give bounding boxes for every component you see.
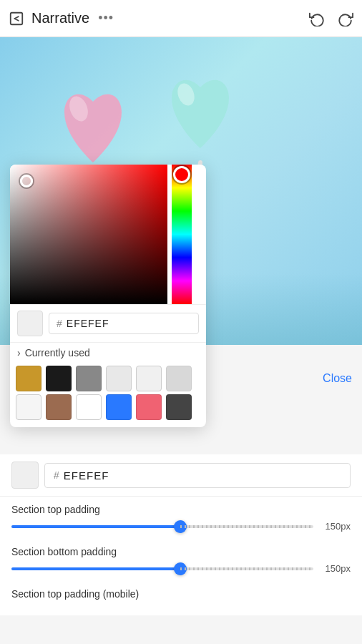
- section-bottom-padding-row: Section bottom padding 150px: [11, 546, 351, 574]
- swatch-light-gray-2[interactable]: [136, 366, 162, 391]
- swatch-pink-red[interactable]: [136, 394, 162, 420]
- section-bottom-padding-track-row: 150px: [11, 563, 351, 574]
- sliders-section: Section top padding 150px Section bottom…: [0, 494, 362, 615]
- swatches-row-2: [16, 394, 200, 420]
- swatch-dark-gray[interactable]: [166, 394, 192, 420]
- hex-hash: #: [54, 469, 59, 481]
- picker-top: [10, 165, 206, 304]
- page-title: Narrative: [31, 10, 89, 26]
- back-button[interactable]: [9, 11, 24, 26]
- section-top-padding-track[interactable]: [11, 525, 313, 528]
- color-swatch: [11, 462, 39, 489]
- chevron-right-icon: ›: [17, 347, 21, 358]
- swatch-white-gray[interactable]: [16, 394, 41, 420]
- gradient-canvas[interactable]: [10, 165, 167, 304]
- top-bar: Narrative •••: [0, 0, 362, 37]
- redo-button[interactable]: [338, 11, 353, 26]
- gradient-thumb[interactable]: [20, 175, 33, 187]
- swatch-silver[interactable]: [166, 366, 192, 391]
- popup-hex-hash: #: [57, 318, 62, 329]
- popup-hex-row: #: [10, 304, 206, 342]
- close-row: Close: [323, 372, 352, 385]
- section-bottom-padding-label: Section bottom padding: [11, 546, 351, 557]
- top-bar-actions: [309, 11, 353, 26]
- hue-thumb[interactable]: [173, 166, 190, 183]
- popup-hex-input-wrapper[interactable]: #: [49, 313, 199, 334]
- swatch-gray[interactable]: [76, 366, 102, 391]
- section-bottom-padding-value: 150px: [321, 563, 351, 574]
- section-top-padding-track-row: 150px: [11, 521, 351, 532]
- swatches-grid: [10, 363, 206, 427]
- undo-button[interactable]: [309, 11, 325, 26]
- section-bottom-padding-track[interactable]: [11, 567, 313, 570]
- color-field-row: #: [0, 454, 362, 497]
- popup-color-swatch: [17, 311, 43, 336]
- hue-strip[interactable]: [172, 165, 192, 304]
- hex-input-wrapper[interactable]: #: [44, 463, 351, 488]
- section-top-padding-value: 150px: [321, 521, 351, 532]
- close-button[interactable]: Close: [323, 372, 352, 385]
- section-top-padding-mobile-label: Section top padding (mobile): [11, 588, 351, 600]
- swatches-row-1: [16, 366, 200, 391]
- top-bar-left: Narrative •••: [9, 10, 114, 26]
- currently-used-label: Currently used: [25, 347, 90, 358]
- swatch-white[interactable]: [76, 394, 102, 420]
- swatch-blue[interactable]: [106, 394, 132, 420]
- svg-rect-0: [11, 12, 23, 24]
- swatch-black[interactable]: [46, 366, 72, 391]
- swatch-golden[interactable]: [16, 366, 41, 391]
- color-picker-popup: # › Currently used: [10, 165, 206, 427]
- swatch-light-gray-1[interactable]: [106, 366, 132, 391]
- section-top-padding-label: Section top padding: [11, 504, 351, 515]
- currently-used-row[interactable]: › Currently used: [10, 342, 206, 363]
- section-top-padding-row: Section top padding 150px: [11, 504, 351, 532]
- hex-input[interactable]: [64, 469, 341, 482]
- popup-hex-input[interactable]: [67, 318, 191, 329]
- more-options-icon[interactable]: •••: [98, 11, 114, 26]
- swatch-brown[interactable]: [46, 394, 72, 420]
